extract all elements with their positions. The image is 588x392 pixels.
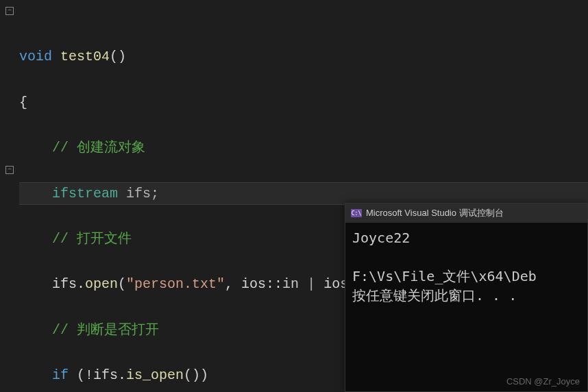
fold-toggle-icon[interactable]: − bbox=[5, 7, 14, 15]
var: ifs; bbox=[118, 186, 159, 201]
fold-toggle-icon[interactable]: − bbox=[5, 166, 14, 174]
type: ifstream bbox=[52, 186, 118, 201]
enum: in bbox=[282, 276, 299, 292]
fold-gutter: − − bbox=[0, 0, 19, 392]
comment: // 打开文件 bbox=[52, 231, 132, 247]
function-name: test04 bbox=[52, 49, 110, 64]
console-titlebar[interactable]: C:\ Microsoft Visual Studio 调试控制台 bbox=[345, 204, 587, 223]
keyword: if bbox=[52, 367, 69, 383]
op: | bbox=[299, 276, 323, 292]
watermark: CSDN @Zr_Joyce bbox=[506, 376, 580, 387]
console-icon: C:\ bbox=[351, 209, 362, 217]
brace: { bbox=[19, 95, 27, 110]
obj: ifs. bbox=[52, 276, 85, 292]
args: , ios:: bbox=[225, 276, 282, 292]
method: is_open bbox=[126, 367, 184, 383]
keyword: void bbox=[19, 49, 52, 64]
console-output: Joyce22 F:\Vs\File_文件\x64\Deb 按任意键关闭此窗口.… bbox=[345, 223, 587, 310]
method: open bbox=[85, 276, 118, 292]
console-title-text: Microsoft Visual Studio 调试控制台 bbox=[366, 207, 504, 219]
debug-console-window[interactable]: C:\ Microsoft Visual Studio 调试控制台 Joyce2… bbox=[345, 203, 588, 392]
comment: // 创建流对象 bbox=[52, 140, 145, 156]
punct: ()) bbox=[184, 367, 208, 383]
string: "person.txt" bbox=[126, 276, 225, 292]
comment: // 判断是否打开 bbox=[52, 322, 159, 338]
punct: () bbox=[110, 49, 126, 64]
cond: (!ifs. bbox=[69, 367, 126, 383]
